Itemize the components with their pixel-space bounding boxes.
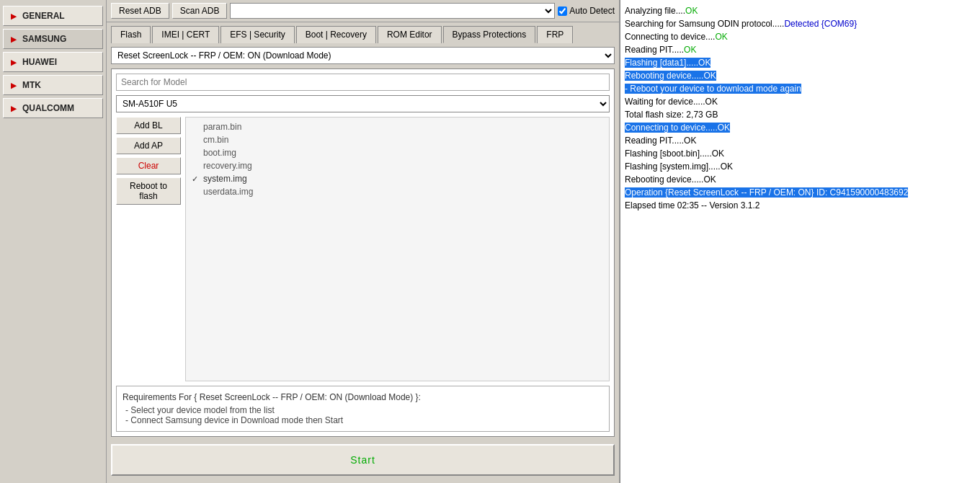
file-item: ✓system.img — [189, 172, 606, 185]
log-entry: Reading PIT..... — [625, 45, 684, 55]
file-check-icon: ✓ — [192, 174, 203, 184]
reset-adb-button[interactable]: Reset ADB — [111, 3, 169, 19]
log-line: Analyzing file....OK — [625, 4, 976, 17]
log-line: Rebooting device.....OK — [625, 173, 976, 186]
log-entry: Connecting to device.....OK — [625, 123, 730, 133]
sidebar-item-general[interactable]: ▶GENERAL — [3, 6, 103, 26]
file-item: cm.bin — [189, 133, 606, 146]
log-entry: Rebooting device.....OK — [625, 174, 716, 185]
log-entry: OK — [715, 32, 727, 42]
add-bl-button[interactable]: Add BL — [116, 117, 181, 134]
sidebar-item-label: HUAWEI — [22, 57, 57, 67]
file-list-container: Add BL Add AP Clear Reboot to flash para… — [116, 117, 610, 381]
operation-row: Reset ScreenLock -- FRP / OEM: ON (Downl… — [111, 47, 615, 64]
log-line: Reading PIT.....OK — [625, 134, 976, 147]
sidebar-item-label: QUALCOMM — [22, 103, 74, 113]
requirements-lines: - Select your device model from the list… — [122, 405, 603, 425]
log-entry: Flashing [data1]..... — [625, 58, 698, 68]
log-line: Total flash size: 2,73 GB — [625, 108, 976, 121]
log-entry: Searching for Samsung ODIN protocol..... — [625, 19, 784, 29]
file-item: userdata.img — [189, 185, 606, 198]
arrow-icon: ▶ — [11, 12, 17, 20]
sidebar-item-label: GENERAL — [22, 11, 65, 21]
search-input[interactable] — [116, 74, 610, 91]
log-entry: Rebooting device.....OK — [625, 71, 716, 81]
file-item: recovery.img — [189, 159, 606, 172]
main-panel: Reset ADB Scan ADB Auto Detect FlashIMEI… — [107, 0, 620, 483]
requirement-line: - Select your device model from the list — [125, 405, 603, 415]
file-list: param.bincm.binboot.imgrecovery.img✓syst… — [185, 117, 610, 381]
file-item: boot.img — [189, 146, 606, 159]
auto-detect-label: Auto Detect — [569, 6, 615, 16]
inner-box: SM-A510F U5 Add BL Add AP Clear Reboot t… — [111, 68, 615, 437]
log-line: Operation {Reset ScreenLock -- FRP / OEM… — [625, 186, 976, 199]
file-name: cm.bin — [203, 135, 228, 145]
sidebar: ▶GENERAL▶SAMSUNG▶HUAWEI▶MTK▶QUALCOMM — [0, 0, 107, 483]
arrow-icon: ▶ — [11, 58, 17, 66]
requirements-box: Requirements For { Reset ScreenLock -- F… — [116, 386, 610, 432]
arrow-icon: ▶ — [11, 35, 17, 43]
log-line: Rebooting device.....OK — [625, 69, 976, 82]
log-content: Analyzing file....OKSearching for Samsun… — [625, 4, 976, 212]
log-entry: Flashing [sboot.bin].....OK — [625, 149, 724, 159]
requirements-title: Requirements For { Reset ScreenLock -- F… — [122, 392, 603, 402]
file-name: userdata.img — [203, 187, 253, 197]
add-ap-button[interactable]: Add AP — [116, 137, 181, 154]
log-entry: Total flash size: 2,73 GB — [625, 110, 718, 120]
log-line: Flashing [sboot.bin].....OK — [625, 147, 976, 160]
sidebar-item-label: MTK — [22, 80, 41, 90]
log-line: Connecting to device.....OK — [625, 121, 976, 134]
sidebar-item-samsung[interactable]: ▶SAMSUNG — [3, 29, 103, 49]
tab-efs-security[interactable]: EFS | Security — [220, 26, 294, 43]
log-entry: Elapsed time 02:35 -- Version 3.1.2 — [625, 200, 760, 211]
operation-select[interactable]: Reset ScreenLock -- FRP / OEM: ON (Downl… — [111, 47, 615, 64]
port-select[interactable] — [230, 3, 555, 19]
auto-detect-row: Auto Detect — [558, 6, 615, 16]
file-item: param.bin — [189, 120, 606, 133]
start-button-container: Start — [111, 441, 615, 479]
auto-detect-checkbox[interactable] — [558, 6, 567, 16]
log-entry: OK — [698, 58, 710, 68]
file-name: param.bin — [203, 122, 241, 132]
model-select[interactable]: SM-A510F U5 — [116, 95, 610, 112]
log-entry: Waiting for device.....OK — [625, 97, 718, 107]
tab-rom-editor[interactable]: ROM Editor — [378, 26, 442, 43]
sidebar-item-huawei[interactable]: ▶HUAWEI — [3, 52, 103, 72]
log-entry: Connecting to device.... — [625, 32, 715, 42]
tab-boot-recovery[interactable]: Boot | Recovery — [296, 26, 376, 43]
tab-imei-cert[interactable]: IMEI | CERT — [152, 26, 219, 43]
log-entry: Operation {Reset ScreenLock -- FRP / OEM… — [625, 187, 908, 198]
model-select-row: SM-A510F U5 — [116, 95, 610, 112]
log-line: Reading PIT.....OK — [625, 43, 976, 56]
arrow-icon: ▶ — [11, 81, 17, 89]
log-entry: Flashing [system.img].....OK — [625, 161, 733, 172]
file-name: recovery.img — [203, 161, 252, 171]
clear-button[interactable]: Clear — [116, 157, 181, 174]
log-entry: Reading PIT.....OK — [625, 136, 696, 146]
requirement-line: - Connect Samsung device in Download mod… — [125, 415, 603, 425]
log-line: Searching for Samsung ODIN protocol.....… — [625, 17, 976, 30]
file-name: system.img — [203, 174, 247, 184]
log-panel: Analyzing file....OKSearching for Samsun… — [620, 0, 980, 483]
toolbar: Reset ADB Scan ADB Auto Detect — [107, 0, 619, 22]
log-entry: OK — [684, 45, 696, 55]
log-entry: OK — [685, 6, 698, 16]
log-line: Waiting for device.....OK — [625, 95, 976, 108]
tab-bar: FlashIMEI | CERTEFS | SecurityBoot | Rec… — [107, 22, 619, 43]
tab-frp[interactable]: FRP — [537, 26, 573, 43]
reboot-to-flash-button[interactable]: Reboot to flash — [116, 177, 181, 205]
sidebar-item-mtk[interactable]: ▶MTK — [3, 75, 103, 95]
log-line: Connecting to device....OK — [625, 30, 976, 43]
log-entry: Analyzing file.... — [625, 6, 685, 16]
tab-flash[interactable]: Flash — [111, 26, 151, 43]
log-entry: Detected {COM69} — [784, 19, 857, 29]
file-buttons-col: Add BL Add AP Clear Reboot to flash — [116, 117, 181, 381]
log-entry: - Reboot your device to download mode ag… — [625, 84, 801, 94]
sidebar-item-qualcomm[interactable]: ▶QUALCOMM — [3, 98, 103, 118]
arrow-icon: ▶ — [11, 105, 17, 112]
scan-adb-button[interactable]: Scan ADB — [172, 3, 228, 19]
log-line: Flashing [data1].....OK — [625, 56, 976, 69]
log-line: - Reboot your device to download mode ag… — [625, 82, 976, 95]
start-button[interactable]: Start — [111, 444, 615, 476]
tab-bypass-protections[interactable]: Bypass Protections — [443, 26, 536, 43]
